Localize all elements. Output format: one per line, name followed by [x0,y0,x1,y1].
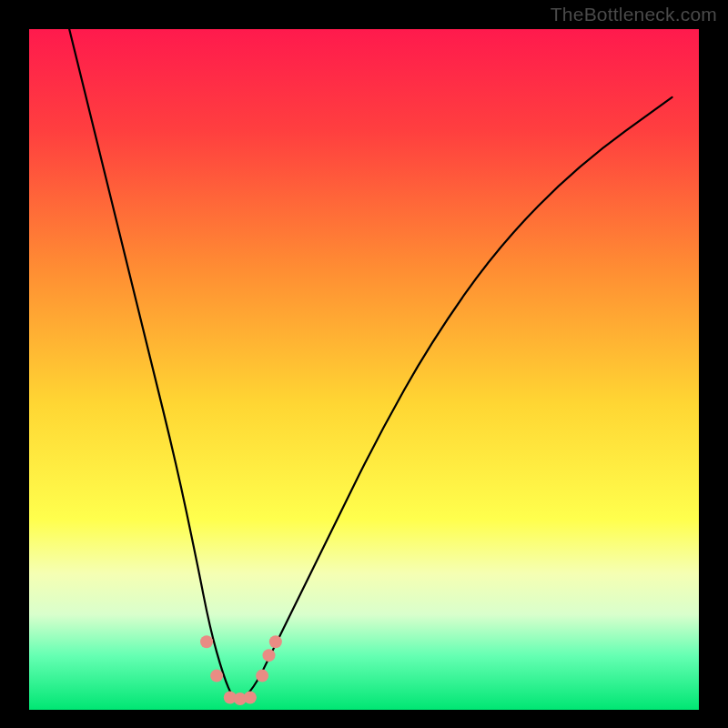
plot-background [29,29,699,710]
highlight-dot [262,649,275,662]
highlight-dot [269,635,282,648]
highlight-dot [244,692,257,704]
highlight-dot [210,670,223,682]
watermark-text: TheBottleneck.com [551,4,717,25]
highlight-dot [200,635,213,648]
highlight-dot [256,670,268,682]
bottleneck-chart [0,0,728,728]
chart-frame: TheBottleneck.com [0,0,728,728]
